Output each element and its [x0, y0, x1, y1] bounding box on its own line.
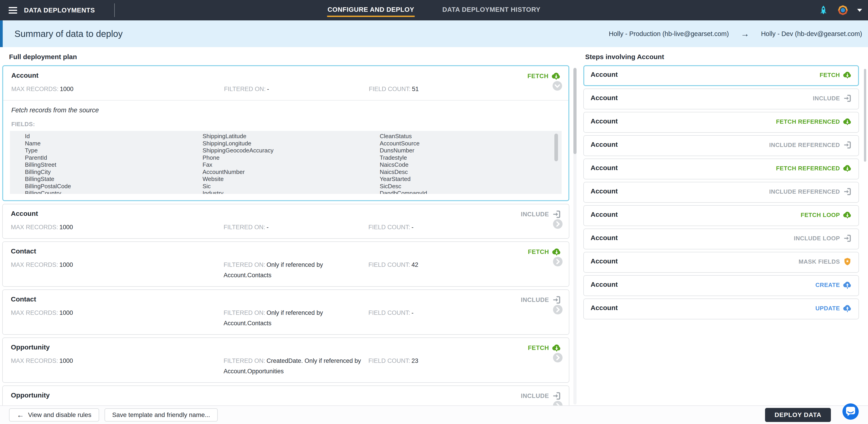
object-name: Contact: [11, 295, 36, 303]
plan-card-account-fetch[interactable]: Account FETCH MAX RECORDS:1000 FILTERED …: [2, 65, 569, 201]
view-and-disable-rules-button[interactable]: ← View and disable rules: [9, 408, 99, 422]
fetch-cloud-download-icon: [843, 164, 852, 173]
collapse-chevron-down-icon[interactable]: [552, 81, 562, 91]
include-sign-in-icon: [843, 141, 852, 149]
step-row-include-referenced-2[interactable]: Account INCLUDE REFERENCED: [583, 182, 859, 203]
fields-label: FIELDS:: [3, 114, 568, 131]
action-badge: FETCH: [819, 70, 852, 79]
include-sign-in-icon: [552, 210, 561, 219]
right-panel-scrollbar-thumb[interactable]: [864, 69, 866, 162]
menu-icon[interactable]: [9, 7, 17, 13]
action-badge: FETCH: [528, 247, 561, 256]
chat-bubble-icon: [842, 403, 859, 420]
field-count-value: -: [412, 309, 414, 316]
object-name: Account: [591, 164, 618, 172]
object-name: Account: [591, 234, 618, 242]
plan-card-opportunity-fetch[interactable]: Opportunity FETCH MAX RECORDS:1000 FILTE…: [2, 337, 569, 383]
field-count-value: 51: [412, 86, 419, 92]
step-row-fetch-referenced[interactable]: Account FETCH REFERENCED: [583, 112, 859, 133]
action-badge: INCLUDE: [521, 391, 561, 400]
object-name: Account: [11, 210, 38, 218]
object-name: Opportunity: [11, 391, 50, 399]
object-name: Account: [591, 117, 618, 125]
tab-label: CONFIGURE AND DEPLOY: [328, 6, 414, 13]
target-org: Holly - Dev (hb-dev@gearset.com): [761, 30, 862, 37]
expand-chevron-right-icon[interactable]: [553, 304, 563, 315]
action-badge: INCLUDE: [521, 295, 561, 304]
object-name: Account: [591, 257, 618, 265]
max-records-value: 1000: [60, 224, 73, 231]
object-name: Account: [591, 70, 618, 78]
tab-data-deployment-history[interactable]: DATA DEPLOYMENT HISTORY: [442, 4, 541, 17]
right-panel-heading: Steps involving Account: [585, 53, 859, 61]
tab-configure-and-deploy[interactable]: CONFIGURE AND DEPLOY: [327, 4, 415, 17]
cloud-upload-icon: [843, 304, 852, 313]
object-name: Account: [591, 141, 618, 148]
steps-involving-account-panel: Steps involving Account Account FETCH Ac…: [583, 47, 868, 424]
object-name: Contact: [11, 247, 36, 255]
action-badge: INCLUDE: [521, 210, 561, 219]
expand-chevron-right-icon[interactable]: [553, 256, 563, 267]
filtered-on-value: -: [267, 224, 269, 231]
filtered-on-value: -: [267, 86, 269, 92]
action-badge: FETCH: [528, 343, 561, 352]
page-title: Summary of data to deploy: [14, 29, 123, 39]
deploy-data-button[interactable]: DEPLOY DATA: [765, 408, 831, 422]
chat-bubble-button[interactable]: [842, 403, 859, 420]
rocket-icon[interactable]: [818, 5, 829, 16]
action-badge: FETCH REFERENCED: [776, 117, 852, 126]
save-template-button[interactable]: Save template and friendly name...: [104, 408, 218, 422]
action-badge: UPDATE: [815, 304, 852, 313]
expand-chevron-right-icon[interactable]: [553, 352, 563, 363]
fields-list[interactable]: IdName TypeParentId BillingStreetBilling…: [10, 131, 562, 194]
step-row-fetch-referenced-2[interactable]: Account FETCH REFERENCED: [583, 159, 859, 179]
main-content: Full deployment plan Account FETCH MAX R…: [0, 47, 868, 424]
field-count-value: 23: [412, 358, 418, 364]
fetch-cloud-download-icon: [552, 247, 561, 256]
step-row-create[interactable]: Account CREATE: [583, 275, 859, 296]
fetch-cloud-download-icon: [843, 117, 852, 126]
object-name: Account: [591, 210, 618, 218]
summary-banner: Summary of data to deploy Holly - Produc…: [0, 20, 868, 47]
fields-column-1: IdName TypeParentId BillingStreetBilling…: [25, 133, 203, 194]
field-count-value: 42: [412, 261, 418, 268]
step-row-fetch[interactable]: Account FETCH: [583, 65, 859, 86]
step-row-include-referenced[interactable]: Account INCLUDE REFERENCED: [583, 135, 859, 156]
include-sign-in-icon: [843, 94, 852, 103]
left-panel-scrollbar-thumb[interactable]: [574, 68, 577, 154]
include-sign-in-icon: [843, 187, 852, 196]
action-badge: MASK FIELDS: [799, 257, 852, 266]
fields-column-3: CleanStatusAccountSource DunsNumberTrade…: [380, 133, 562, 194]
fields-scrollbar-thumb[interactable]: [554, 134, 558, 161]
action-badge: CREATE: [815, 281, 852, 289]
chevron-down-icon[interactable]: [857, 9, 862, 12]
field-count-value: -: [412, 224, 414, 231]
include-sign-in-icon: [552, 391, 561, 400]
step-row-include[interactable]: Account INCLUDE: [583, 89, 859, 109]
step-row-update[interactable]: Account UPDATE: [583, 299, 859, 319]
include-sign-in-icon: [552, 295, 561, 304]
expand-chevron-right-icon[interactable]: [553, 219, 563, 229]
object-name: Opportunity: [11, 343, 50, 351]
full-deployment-plan-panel: Full deployment plan Account FETCH MAX R…: [0, 47, 578, 424]
step-row-mask-fields[interactable]: Account MASK FIELDS: [583, 252, 859, 273]
tab-label: DATA DEPLOYMENT HISTORY: [442, 6, 540, 13]
step-row-include-loop[interactable]: Account INCLUDE LOOP: [583, 229, 859, 249]
max-records-value: 1000: [60, 86, 73, 92]
shield-star-icon: [843, 257, 852, 266]
include-sign-in-icon: [843, 234, 852, 243]
top-navigation-bar: DATA DEPLOYMENTS CONFIGURE AND DEPLOY DA…: [0, 0, 868, 20]
plan-card-contact-include[interactable]: Contact INCLUDE MAX RECORDS:1000 FILTERE…: [2, 289, 569, 335]
object-name: Account: [591, 281, 618, 288]
step-row-fetch-loop[interactable]: Account FETCH LOOP: [583, 205, 859, 226]
org-pair: Holly - Production (hb-live@gearset.com)…: [609, 29, 862, 39]
step-description: Fetch records from the source: [3, 101, 568, 114]
plan-card-account-include[interactable]: Account INCLUDE MAX RECORDS:1000 FILTERE…: [2, 204, 569, 239]
fields-column-2: ShippingLatitudeShippingLongitude Shippi…: [203, 133, 380, 194]
source-org: Holly - Production (hb-live@gearset.com): [609, 30, 729, 37]
max-records-value: 1000: [60, 261, 73, 268]
gearset-logo[interactable]: [837, 4, 849, 16]
plan-card-contact-fetch[interactable]: Contact FETCH MAX RECORDS:1000 FILTERED …: [2, 242, 569, 287]
action-badge: FETCH LOOP: [801, 210, 852, 219]
action-badge: FETCH: [527, 72, 561, 81]
